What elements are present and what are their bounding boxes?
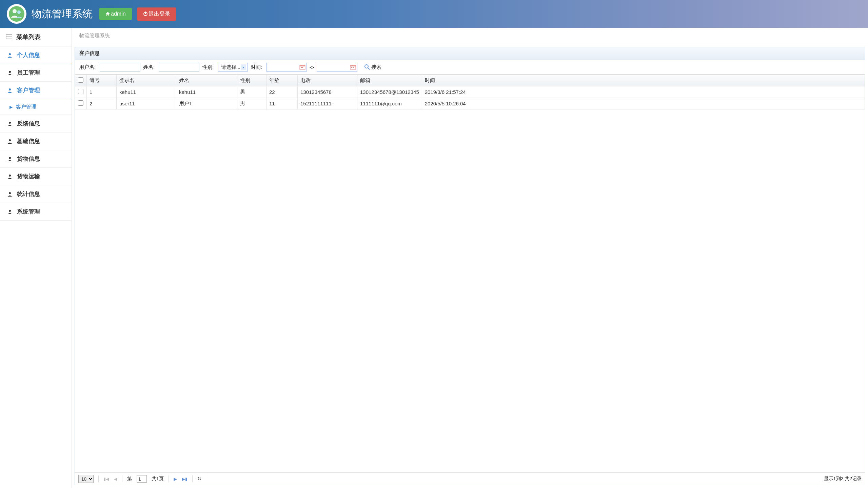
user-icon (7, 70, 12, 75)
col-name[interactable]: 姓名 (176, 75, 237, 86)
svg-point-11 (9, 53, 11, 55)
cell-phone: 13012345678 (298, 86, 357, 98)
search-button[interactable]: 搜索 (364, 64, 381, 70)
table-row[interactable]: 1 kehu11 kehu11 男 22 13012345678 1301234… (75, 86, 865, 98)
caret-right-icon: ▶ (9, 105, 13, 109)
range-separator: -> (310, 64, 314, 70)
row-checkbox[interactable] (78, 89, 83, 94)
username-label: 用户名: (79, 64, 96, 70)
cell-name: kehu11 (176, 86, 237, 98)
svg-point-28 (365, 65, 368, 68)
cell-name: 用户1 (176, 98, 237, 109)
col-phone[interactable]: 电话 (298, 75, 357, 86)
calendar-icon (299, 64, 305, 70)
gender-select[interactable]: 请选择... ▾ (218, 63, 248, 72)
col-id[interactable]: 编号 (87, 75, 117, 86)
svg-point-2 (17, 11, 21, 14)
user-icon (7, 209, 12, 214)
logo-icon (7, 4, 26, 24)
svg-point-9 (6, 37, 7, 38)
separator (98, 475, 99, 482)
sidebar-sub-label: 客户管理 (16, 104, 36, 110)
user-icon (7, 121, 12, 126)
cell-gender: 男 (237, 86, 267, 98)
page-size-select[interactable]: 10 (78, 475, 94, 483)
select-all-checkbox[interactable] (78, 77, 83, 83)
admin-button-label: admin (111, 11, 126, 17)
search-button-label: 搜索 (371, 64, 381, 70)
separator (122, 475, 122, 482)
customer-table: 编号 登录名 姓名 性别 年龄 电话 邮箱 时间 1 kehu11 (75, 75, 865, 109)
cell-id: 1 (87, 86, 117, 98)
row-checkbox[interactable] (78, 100, 83, 106)
svg-point-18 (9, 192, 11, 194)
admin-button[interactable]: admin (99, 8, 132, 20)
sidebar-item-staff[interactable]: 员工管理 (0, 64, 72, 82)
cell-time: 2019/3/6 21:57:24 (422, 86, 865, 98)
home-icon (105, 12, 110, 16)
sidebar-item-feedback[interactable]: 反馈信息 (0, 115, 72, 133)
page-total-label: 共1页 (152, 476, 164, 482)
cell-email: 13012345678@13012345 (357, 86, 422, 98)
cell-age: 22 (267, 86, 298, 98)
cell-time: 2020/5/5 10:26:04 (422, 98, 865, 109)
gender-select-value: 请选择... (221, 64, 241, 70)
col-time[interactable]: 时间 (422, 75, 865, 86)
date-from-input[interactable] (266, 63, 307, 72)
time-label: 时间: (251, 64, 262, 70)
sidebar-item-goods[interactable]: 货物信息 (0, 150, 72, 168)
col-gender[interactable]: 性别 (237, 75, 267, 86)
sidebar-item-label: 货物运输 (17, 172, 40, 180)
sidebar-item-basic[interactable]: 基础信息 (0, 133, 72, 150)
user-icon (7, 157, 12, 161)
calendar-icon (350, 64, 356, 70)
logout-button[interactable]: 退出登录 (137, 7, 176, 21)
next-page-button[interactable]: ▶ (174, 476, 177, 482)
col-age[interactable]: 年龄 (267, 75, 298, 86)
sidebar-item-personal-info[interactable]: 个人信息 (0, 46, 72, 64)
cell-login: user11 (117, 98, 176, 109)
col-login[interactable]: 登录名 (117, 75, 176, 86)
svg-point-13 (9, 88, 11, 90)
table-row[interactable]: 2 user11 用户1 男 11 15211111111 1111111@qq… (75, 98, 865, 109)
svg-point-12 (9, 71, 11, 73)
svg-point-16 (9, 157, 11, 159)
last-page-button[interactable]: ▶▮ (182, 476, 188, 482)
sidebar-header-label: 菜单列表 (16, 33, 41, 41)
svg-rect-22 (301, 67, 302, 68)
sidebar-sub-customer-manage[interactable]: ▶ 客户管理 (0, 99, 72, 115)
user-icon (7, 88, 12, 93)
sidebar-item-label: 基础信息 (17, 137, 40, 145)
svg-point-14 (9, 122, 11, 124)
refresh-button[interactable]: ↻ (197, 476, 202, 482)
name-label: 姓名: (143, 64, 155, 70)
sidebar-item-label: 系统管理 (17, 208, 40, 216)
page-number-input[interactable] (137, 475, 147, 483)
sidebar: 菜单列表 个人信息 员工管理 客户管理 ▶ 客户管理 反馈信息 基础信息 货物 (0, 28, 72, 488)
sidebar-header: 菜单列表 (0, 28, 72, 46)
customer-panel: 客户信息 用户名: 姓名: 性别: 请选择... ▾ 时间: -> (75, 47, 865, 485)
col-email[interactable]: 邮箱 (357, 75, 422, 86)
cell-id: 2 (87, 98, 117, 109)
separator (192, 475, 193, 482)
svg-point-1 (13, 9, 17, 13)
separator (169, 475, 169, 482)
main-content: 物流管理系统 客户信息 用户名: 姓名: 性别: 请选择... ▾ 时间: (72, 28, 868, 488)
sidebar-item-customer[interactable]: 客户管理 (0, 82, 72, 99)
cell-login: kehu11 (117, 86, 176, 98)
logo-wrap: 物流管理系统 (7, 4, 99, 24)
username-input[interactable] (100, 63, 140, 72)
power-icon (143, 12, 148, 16)
first-page-button[interactable]: ▮◀ (103, 476, 109, 482)
sidebar-item-transport[interactable]: 货物运输 (0, 168, 72, 185)
prev-page-button[interactable]: ◀ (114, 476, 117, 482)
user-icon (7, 192, 12, 197)
date-to-input[interactable] (317, 63, 357, 72)
sidebar-item-system[interactable]: 系统管理 (0, 203, 72, 221)
name-input[interactable] (159, 63, 199, 72)
cell-age: 11 (267, 98, 298, 109)
sidebar-item-stats[interactable]: 统计信息 (0, 185, 72, 203)
svg-rect-26 (351, 67, 352, 68)
svg-point-15 (9, 139, 11, 141)
sidebar-item-label: 反馈信息 (17, 120, 40, 127)
